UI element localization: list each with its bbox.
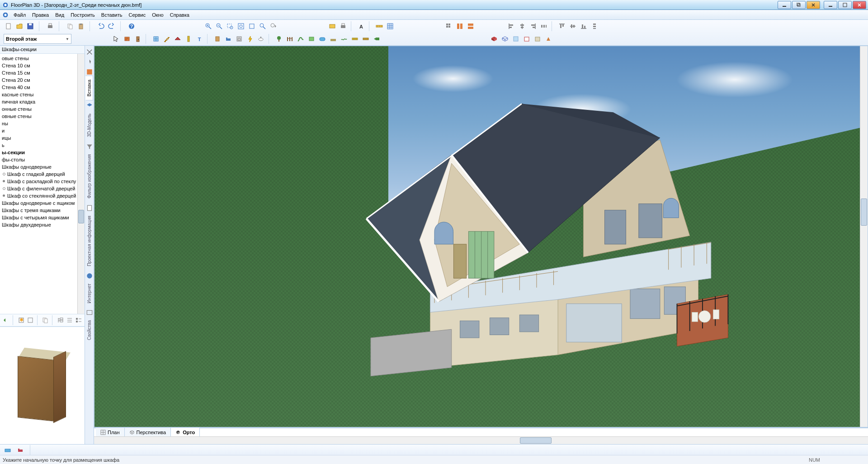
- pointer-button[interactable]: [111, 34, 121, 44]
- catalog-item[interactable]: ь: [0, 142, 85, 149]
- status-icon-1[interactable]: [3, 445, 13, 455]
- catalog-new-button[interactable]: ✱: [17, 315, 25, 325]
- measure-button[interactable]: [374, 21, 384, 31]
- catalog-item[interactable]: Шкафы двухдверные: [0, 221, 85, 228]
- close-button[interactable]: [853, 1, 866, 9]
- appliance-button[interactable]: [234, 34, 244, 44]
- catalog-item[interactable]: овные стены: [0, 113, 85, 120]
- align-middle-button[interactable]: [568, 21, 578, 31]
- fence-button[interactable]: [285, 34, 295, 44]
- stairs-button[interactable]: [162, 34, 172, 44]
- zoom-fit-button[interactable]: [236, 21, 246, 31]
- catalog-item[interactable]: Шкафы с четырьмя ящиками: [0, 214, 85, 221]
- pool-button[interactable]: [317, 34, 327, 44]
- zoom-window-button[interactable]: [225, 21, 235, 31]
- terrain-line-button[interactable]: [339, 34, 349, 44]
- mdi-restore-button[interactable]: [792, 1, 806, 9]
- new-button[interactable]: [4, 21, 14, 31]
- door-button[interactable]: [133, 34, 143, 44]
- catalog-item[interactable]: ицы: [0, 134, 85, 142]
- walkthrough-button[interactable]: [543, 34, 553, 44]
- view-tab-perspective[interactable]: Перспектива: [125, 428, 171, 437]
- render-solid-button[interactable]: [489, 34, 499, 44]
- catalog-item[interactable]: онные стены: [0, 105, 85, 113]
- copy-button[interactable]: [65, 21, 75, 31]
- menu-edit[interactable]: Правка: [29, 11, 52, 19]
- catalog-list[interactable]: овые стеныСтена 10 смСтена 15 смСтена 20…: [0, 54, 85, 314]
- floor-selector[interactable]: Второй этаж: [4, 34, 71, 44]
- catalog-item[interactable]: Стена 40 см: [0, 84, 85, 91]
- menu-build[interactable]: Построить: [68, 11, 98, 19]
- terrain-button[interactable]: [328, 34, 338, 44]
- menu-view[interactable]: Вид: [52, 11, 67, 19]
- undo-button[interactable]: [96, 21, 106, 31]
- catalog-item[interactable]: Стена 20 см: [0, 76, 85, 84]
- save-button[interactable]: [25, 21, 35, 31]
- roof-button[interactable]: [173, 34, 183, 44]
- render-glass-button[interactable]: [511, 34, 521, 44]
- render-shaded-button[interactable]: [533, 34, 542, 44]
- catalog-item[interactable]: касные стены: [0, 91, 85, 98]
- menu-service[interactable]: Сервис: [126, 11, 148, 19]
- window-button[interactable]: [151, 34, 161, 44]
- open-button[interactable]: [14, 21, 24, 31]
- canvas-scrollbar-v[interactable]: [860, 46, 868, 427]
- plant-button[interactable]: [274, 34, 284, 44]
- paste-button[interactable]: [76, 21, 86, 31]
- catalog-copy-button[interactable]: [41, 315, 49, 325]
- menu-file[interactable]: Файл: [11, 11, 28, 19]
- distribute-h-button[interactable]: [539, 21, 549, 31]
- menu-window[interactable]: Окно: [149, 11, 166, 19]
- align-left-button[interactable]: [506, 21, 516, 31]
- canvas-scrollbar-h[interactable]: [94, 436, 868, 444]
- print-preview-button[interactable]: [338, 21, 348, 31]
- grid-button[interactable]: [385, 21, 395, 31]
- plumbing-button[interactable]: [256, 34, 266, 44]
- electrical-button[interactable]: [245, 34, 255, 44]
- align-center-button[interactable]: [517, 21, 527, 31]
- distribute-v-button[interactable]: [590, 21, 599, 31]
- fence-2-button[interactable]: [350, 34, 360, 44]
- furniture-button[interactable]: [223, 34, 233, 44]
- post-button[interactable]: T: [194, 34, 204, 44]
- catalog-item[interactable]: Шкаф с раскладкой по стеклу: [0, 178, 85, 185]
- zoom-out-button[interactable]: [214, 21, 224, 31]
- cabinet-button[interactable]: [212, 34, 222, 44]
- menu-help[interactable]: Справка: [167, 11, 192, 19]
- catalog-filter-button[interactable]: [75, 315, 83, 325]
- catalog-item[interactable]: и: [0, 127, 85, 134]
- print-button[interactable]: [45, 21, 55, 31]
- maximize-button[interactable]: [838, 1, 852, 9]
- layout-2-button[interactable]: [455, 21, 465, 31]
- catalog-item[interactable]: овые стены: [0, 55, 85, 62]
- vtab-project[interactable]: Проектная информация: [85, 212, 93, 270]
- status-icon-2[interactable]: [15, 445, 25, 455]
- column-button[interactable]: [184, 34, 193, 44]
- 3d-canvas[interactable]: [94, 46, 868, 427]
- catalog-tree-button[interactable]: [57, 315, 65, 325]
- minimize-button[interactable]: [824, 1, 837, 9]
- camera-button[interactable]: [372, 34, 382, 44]
- render-hidden-button[interactable]: [522, 34, 532, 44]
- layout-1-button[interactable]: [444, 21, 454, 31]
- catalog-item[interactable]: Шкаф с филенчатой дверцей: [0, 185, 85, 192]
- view-tab-plan[interactable]: План: [96, 428, 125, 437]
- render-button[interactable]: [327, 21, 337, 31]
- zoom-previous-button[interactable]: [269, 21, 278, 31]
- mdi-minimize-button[interactable]: [778, 1, 791, 9]
- zoom-in-button[interactable]: [203, 21, 213, 31]
- text-button[interactable]: A: [356, 21, 366, 31]
- vtab-internet[interactable]: Интернет: [85, 279, 93, 308]
- help-button[interactable]: ?: [127, 21, 137, 31]
- catalog-item[interactable]: Шкаф с гладкой дверцей: [0, 170, 85, 178]
- zoom-selection-button[interactable]: [247, 21, 257, 31]
- vtab-close-icon[interactable]: [86, 48, 93, 56]
- menu-insert[interactable]: Вставить: [99, 11, 125, 19]
- vtab-insert[interactable]: Вставка: [85, 76, 93, 100]
- fence-3-button[interactable]: [361, 34, 371, 44]
- catalog-item[interactable]: пичная кладка: [0, 98, 85, 105]
- align-right-button[interactable]: [528, 21, 538, 31]
- render-wire-button[interactable]: [500, 34, 510, 44]
- mdi-close-button[interactable]: [807, 1, 820, 9]
- area-button[interactable]: [307, 34, 316, 44]
